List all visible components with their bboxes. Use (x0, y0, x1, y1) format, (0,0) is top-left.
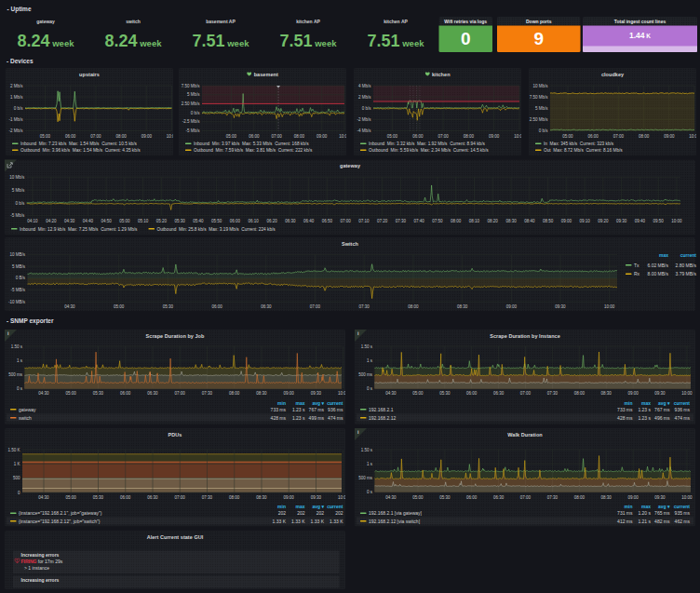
svg-text:07:00: 07:00 (175, 495, 186, 500)
svg-text:-2 Mb/s: -2 Mb/s (8, 128, 23, 133)
svg-text:08:00: 08:00 (639, 134, 650, 139)
svg-text:7.50 Mb/s: 7.50 Mb/s (182, 84, 201, 88)
svg-text:04:30: 04:30 (64, 304, 75, 309)
svg-text:09:40: 09:40 (635, 219, 646, 223)
svg-text:04:50: 04:50 (101, 219, 112, 223)
svg-text:06:50: 06:50 (322, 219, 333, 223)
svg-text:06:20: 06:20 (266, 219, 277, 223)
svg-text:08:30: 08:30 (457, 304, 468, 309)
svg-text:0 s: 0 s (17, 386, 23, 391)
svg-text:05:00: 05:00 (66, 495, 77, 500)
svg-text:08:00: 08:00 (408, 304, 419, 309)
svg-text:07:20: 07:20 (377, 219, 388, 223)
svg-text:07:00: 07:00 (520, 495, 532, 500)
svg-text:09:30: 09:30 (616, 219, 627, 223)
svg-text:04:30: 04:30 (385, 495, 397, 500)
svg-text:04:10: 04:10 (27, 219, 38, 223)
svg-text:09:30: 09:30 (654, 391, 666, 396)
svg-text:09:10: 09:10 (579, 219, 590, 223)
svg-text:-4 Mb/s: -4 Mb/s (357, 128, 371, 133)
svg-text:-5 Mb/s: -5 Mb/s (10, 213, 25, 218)
svg-text:08:30: 08:30 (601, 495, 612, 500)
svg-text:06:30: 06:30 (147, 495, 158, 500)
svg-text:10:00: 10:00 (671, 219, 682, 223)
svg-text:08:00: 08:00 (115, 134, 127, 139)
svg-text:10:00: 10:00 (338, 495, 345, 500)
svg-text:09:00: 09:00 (561, 219, 572, 223)
svg-text:-5 Mb/s: -5 Mb/s (185, 128, 200, 133)
svg-text:1.50 s: 1.50 s (11, 344, 23, 349)
svg-text:4 Mb/s: 4 Mb/s (358, 84, 371, 88)
svg-text:05:40: 05:40 (193, 219, 204, 223)
svg-text:2 Mb/s: 2 Mb/s (10, 84, 23, 88)
svg-text:1.50 s: 1.50 s (361, 344, 373, 349)
svg-text:07:30: 07:30 (359, 304, 370, 309)
svg-text:10:00: 10:00 (689, 134, 696, 139)
svg-text:-1 Mb/s: -1 Mb/s (8, 117, 23, 122)
svg-text:06:30: 06:30 (147, 391, 158, 396)
svg-text:09:30: 09:30 (311, 495, 322, 500)
svg-text:06:00: 06:00 (120, 495, 131, 500)
svg-text:1 s: 1 s (17, 358, 23, 363)
svg-text:10:00: 10:00 (681, 495, 693, 500)
svg-text:09:30: 09:30 (311, 391, 322, 396)
svg-text:06:00: 06:00 (466, 495, 478, 500)
svg-text:04:40: 04:40 (83, 219, 94, 223)
svg-text:05:00: 05:00 (66, 391, 77, 396)
svg-text:08:50: 08:50 (543, 219, 554, 223)
svg-text:-2 Mb/s: -2 Mb/s (357, 117, 371, 122)
svg-text:07:00: 07:00 (271, 134, 282, 139)
svg-text:500 ms: 500 ms (358, 476, 373, 480)
svg-text:05:30: 05:30 (163, 304, 174, 309)
svg-text:05:00: 05:00 (119, 219, 130, 223)
svg-text:07:30: 07:30 (396, 219, 407, 223)
svg-text:04:30: 04:30 (38, 495, 49, 500)
svg-text:08:30: 08:30 (601, 391, 612, 396)
svg-text:05:00: 05:00 (562, 134, 573, 139)
svg-text:5 Mb/s: 5 Mb/s (187, 92, 200, 97)
svg-text:08:30: 08:30 (256, 495, 267, 500)
svg-text:2.50 Mb/s: 2.50 Mb/s (182, 101, 201, 106)
svg-text:04:20: 04:20 (46, 219, 57, 223)
svg-text:05:00: 05:00 (114, 304, 125, 309)
svg-text:1 s: 1 s (367, 462, 373, 466)
svg-text:08:00: 08:00 (294, 134, 305, 139)
svg-text:-2.5 Mb/s: -2.5 Mb/s (182, 119, 201, 124)
svg-text:05:30: 05:30 (439, 391, 451, 396)
svg-text:07:50: 07:50 (432, 219, 443, 223)
svg-text:0 b/s: 0 b/s (15, 201, 25, 206)
svg-text:5 MB/s: 5 MB/s (12, 264, 26, 269)
svg-text:0 b/s: 0 b/s (539, 128, 549, 133)
svg-text:5 Mb/s: 5 Mb/s (535, 106, 548, 111)
svg-text:06:00: 06:00 (211, 304, 222, 309)
svg-text:10:00: 10:00 (339, 134, 346, 139)
svg-text:08:40: 08:40 (524, 219, 535, 223)
svg-text:05:00: 05:00 (387, 134, 398, 139)
svg-text:04:30: 04:30 (38, 391, 49, 396)
svg-text:1.50 K: 1.50 K (7, 448, 20, 452)
svg-text:7.50 Mb/s: 7.50 Mb/s (530, 95, 549, 100)
svg-text:0 b/s: 0 b/s (191, 111, 201, 115)
svg-text:09:00: 09:00 (627, 391, 639, 396)
svg-text:07:30: 07:30 (202, 495, 213, 500)
svg-text:06:00: 06:00 (588, 134, 599, 139)
svg-text:10 Mb/s: 10 Mb/s (9, 175, 25, 180)
svg-text:09:20: 09:20 (598, 219, 609, 223)
svg-text:07:10: 07:10 (358, 219, 370, 223)
svg-text:1 K: 1 K (14, 462, 20, 466)
svg-text:09:00: 09:00 (664, 134, 675, 139)
svg-text:0 b/s: 0 b/s (362, 106, 372, 111)
svg-text:07:00: 07:00 (340, 219, 351, 223)
svg-text:09:00: 09:00 (141, 134, 153, 139)
svg-text:08:10: 08:10 (469, 219, 480, 223)
svg-text:06:30: 06:30 (493, 391, 505, 396)
svg-text:1.50 s: 1.50 s (361, 448, 373, 452)
svg-text:06:00: 06:00 (65, 134, 76, 139)
svg-text:05:00: 05:00 (226, 134, 237, 139)
svg-text:05:30: 05:30 (93, 391, 104, 396)
svg-text:09:00: 09:00 (316, 134, 328, 139)
svg-text:07:00: 07:00 (613, 134, 625, 139)
svg-text:06:30: 06:30 (261, 304, 272, 309)
svg-text:09:00: 09:00 (489, 134, 500, 139)
svg-text:0 s: 0 s (367, 386, 373, 391)
